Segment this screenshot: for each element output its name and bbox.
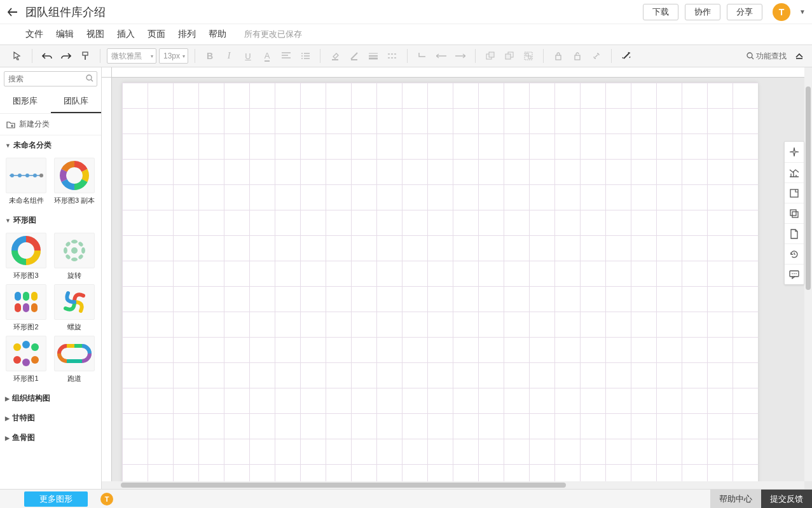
font-color-icon[interactable]: A <box>259 48 275 64</box>
svg-rect-33 <box>23 292 29 301</box>
font-size-select[interactable]: 13px <box>159 48 188 64</box>
ruler-horizontal[interactable] <box>112 67 804 78</box>
component-unnamed[interactable]: 未命名组件 <box>4 158 48 205</box>
menu-page[interactable]: 页面 <box>148 29 165 40</box>
download-button[interactable]: 下载 <box>643 4 678 20</box>
sidebar: 图形库 团队库 新建分类 ▼ 未命名分类 未命名组件 <box>0 67 102 489</box>
component-ring3[interactable]: 环形图3 <box>4 233 48 280</box>
menu-insert[interactable]: 插入 <box>117 29 135 40</box>
help-center-button[interactable]: 帮助中心 <box>710 490 761 509</box>
list-icon[interactable] <box>297 48 313 64</box>
unlock-icon[interactable] <box>569 48 586 64</box>
font-family-select[interactable]: 微软雅黑 <box>107 48 156 64</box>
align-icon[interactable] <box>278 48 294 64</box>
thumb-label: 旋转 <box>67 271 81 280</box>
chevron-down-icon[interactable]: ▼ <box>799 8 806 15</box>
metrics-icon[interactable] <box>785 162 804 182</box>
component-ring2[interactable]: 环形图2 <box>4 284 48 332</box>
navigator-icon[interactable] <box>785 142 804 162</box>
svg-point-14 <box>86 75 92 80</box>
arrow-start-icon[interactable] <box>433 48 450 64</box>
magic-wand-icon[interactable] <box>618 48 635 64</box>
category-header-ring[interactable]: ▼ 环形图 <box>0 210 101 230</box>
line-style-icon[interactable] <box>384 48 401 64</box>
chevron-down-icon: ▼ <box>5 142 11 149</box>
canvas-area <box>102 67 812 489</box>
component-ring1[interactable]: 环形图1 <box>4 336 48 383</box>
feature-search[interactable]: 功能查找 <box>747 51 787 62</box>
comments-icon[interactable] <box>785 264 804 284</box>
component-track[interactable]: 跑道 <box>52 336 97 383</box>
page-size-icon[interactable] <box>785 182 804 203</box>
lock-icon[interactable] <box>550 48 567 64</box>
history-icon[interactable] <box>785 244 804 264</box>
document-title[interactable]: 团队组件库介绍 <box>25 4 643 20</box>
underline-icon[interactable]: U <box>240 48 256 64</box>
svg-rect-36 <box>23 303 29 312</box>
svg-point-18 <box>25 174 29 177</box>
footer-avatar[interactable]: T <box>100 493 113 505</box>
category-header-gantt[interactable]: ▶ 甘特图 <box>0 408 101 428</box>
new-category-button[interactable]: 新建分类 <box>0 114 101 135</box>
tab-team-library[interactable]: 团队库 <box>51 90 102 113</box>
svg-point-1 <box>301 53 303 54</box>
italic-icon[interactable]: I <box>221 48 237 64</box>
bring-front-icon[interactable] <box>482 48 499 64</box>
collaborate-button[interactable]: 协作 <box>685 4 720 20</box>
category-label: 环形图 <box>13 215 36 226</box>
svg-point-43 <box>31 356 39 364</box>
ruler-vertical[interactable] <box>102 78 112 481</box>
more-shapes-button[interactable]: 更多图形 <box>24 491 88 507</box>
menu-arrange[interactable]: 排列 <box>178 29 196 40</box>
svg-rect-46 <box>790 210 796 216</box>
fill-color-icon[interactable] <box>327 48 343 64</box>
undo-icon[interactable] <box>39 48 55 64</box>
redo-icon[interactable] <box>58 48 74 64</box>
scrollbar-horizontal[interactable] <box>102 481 804 489</box>
menu-file[interactable]: 文件 <box>25 29 43 40</box>
bold-icon[interactable]: B <box>202 48 218 64</box>
arrow-end-icon[interactable] <box>452 48 469 64</box>
menu-edit[interactable]: 编辑 <box>56 29 74 40</box>
canvas[interactable] <box>122 83 758 481</box>
layers-icon[interactable] <box>785 203 804 223</box>
feedback-button[interactable]: 提交反馈 <box>761 490 812 509</box>
svg-rect-7 <box>506 54 511 59</box>
right-dock <box>784 141 804 285</box>
search-input[interactable] <box>4 71 97 86</box>
pointer-icon[interactable] <box>9 48 25 64</box>
scrollbar-vertical[interactable] <box>804 67 812 481</box>
line-width-icon[interactable] <box>365 48 382 64</box>
back-icon[interactable] <box>6 6 19 18</box>
component-rotate[interactable]: 旋转 <box>52 233 97 280</box>
collapse-toolbar-icon[interactable] <box>792 48 807 64</box>
menu-help[interactable]: 帮助 <box>209 29 226 40</box>
svg-rect-9 <box>526 53 528 56</box>
svg-rect-47 <box>792 212 798 217</box>
svg-point-19 <box>33 174 37 177</box>
chevron-right-icon: ▶ <box>5 435 10 441</box>
category-header-org[interactable]: ▶ 组织结构图 <box>0 388 101 408</box>
connector-elbow-icon[interactable] <box>414 48 430 64</box>
group-icon[interactable] <box>520 48 537 64</box>
user-avatar[interactable]: T <box>773 3 790 21</box>
component-ring3-copy[interactable]: 环形图3 副本 <box>52 158 97 205</box>
link-icon[interactable] <box>588 48 605 64</box>
tab-shapes-library[interactable]: 图形库 <box>0 90 51 113</box>
format-painter-icon[interactable] <box>77 48 93 64</box>
search-icon <box>86 74 93 82</box>
svg-point-50 <box>794 273 795 274</box>
svg-rect-5 <box>489 52 494 57</box>
svg-point-23 <box>71 247 78 254</box>
component-spiral[interactable]: 螺旋 <box>52 284 97 332</box>
category-header-unnamed[interactable]: ▼ 未命名分类 <box>0 135 101 155</box>
new-page-icon[interactable] <box>785 223 804 244</box>
share-button[interactable]: 分享 <box>727 4 762 20</box>
svg-point-31 <box>65 241 71 247</box>
svg-rect-10 <box>528 56 531 58</box>
menu-view[interactable]: 视图 <box>86 29 104 40</box>
send-back-icon[interactable] <box>501 48 518 64</box>
category-header-fishbone[interactable]: ▶ 鱼骨图 <box>0 428 101 448</box>
thumb-label: 环形图3 副本 <box>54 196 95 205</box>
line-color-icon[interactable] <box>346 48 362 64</box>
